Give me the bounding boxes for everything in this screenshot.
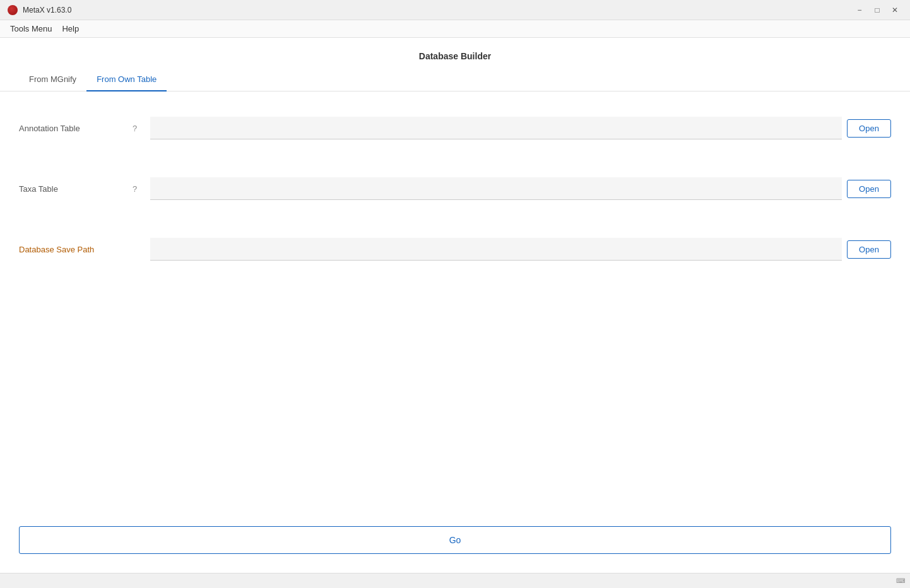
annotation-table-open-button[interactable]: Open [847,119,891,138]
go-button-container: Go [0,526,910,554]
taxa-table-help-icon: ? [133,184,145,194]
status-bar: ⌨ [0,573,910,588]
go-button[interactable]: Go [19,526,891,554]
help-menu-item[interactable]: Help [57,21,84,36]
taxa-table-input[interactable] [150,177,842,200]
database-save-path-open-button[interactable]: Open [847,240,891,259]
page-title: Database Builder [419,51,491,61]
app-icon [8,5,18,15]
form-area: Annotation Table ? Open Taxa Table ? Ope… [0,91,910,526]
menu-bar: Tools Menu Help [0,20,910,38]
tab-from-own-table[interactable]: From Own Table [86,68,167,91]
status-icon: ⌨ [896,577,905,584]
tab-from-mgnify[interactable]: From MGnify [19,68,86,91]
taxa-table-label: Taxa Table [19,184,133,194]
minimize-button[interactable]: − [852,4,867,16]
tabs-container: From MGnify From Own Table [0,68,910,91]
main-content: Database Builder From MGnify From Own Ta… [0,38,910,573]
database-save-path-row: Database Save Path Open [19,238,891,261]
taxa-table-open-button[interactable]: Open [847,180,891,198]
title-bar-controls: − □ ✕ [852,4,902,16]
database-save-path-input[interactable] [150,238,842,261]
annotation-table-label: Annotation Table [19,124,133,133]
tools-menu-item[interactable]: Tools Menu [5,21,57,36]
title-bar-left: MetaX v1.63.0 [8,5,71,15]
close-button[interactable]: ✕ [887,4,902,16]
annotation-table-row: Annotation Table ? Open [19,117,891,139]
page-title-area: Database Builder [0,38,910,68]
database-save-path-label: Database Save Path [19,245,133,254]
maximize-button[interactable]: □ [870,4,885,16]
taxa-table-row: Taxa Table ? Open [19,177,891,200]
title-bar: MetaX v1.63.0 − □ ✕ [0,0,910,20]
annotation-table-help-icon: ? [133,124,145,133]
annotation-table-input[interactable] [150,117,842,139]
app-title: MetaX v1.63.0 [23,6,71,15]
database-save-path-spacer [133,245,145,254]
